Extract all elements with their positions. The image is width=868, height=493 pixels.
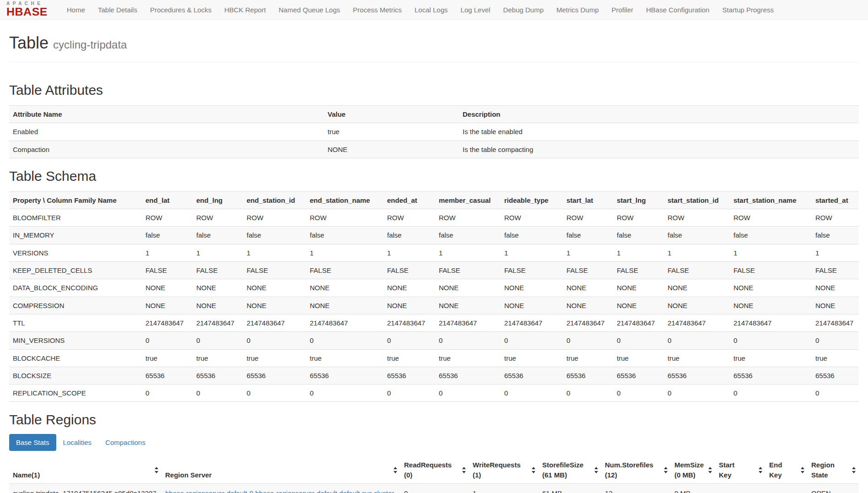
regions-column-header[interactable]: Start Key — [715, 456, 766, 483]
nav-item-link[interactable]: Profiler — [605, 1, 640, 19]
nav-item-link[interactable]: Debug Dump — [497, 1, 550, 19]
schema-value-cell: 0 — [664, 385, 730, 402]
schema-value-cell: 65536 — [613, 367, 664, 384]
schema-value-cell: 2147483647 — [613, 314, 664, 331]
nav-item-link[interactable]: Log Level — [454, 1, 497, 19]
nav-item-link[interactable]: Home — [60, 1, 92, 19]
schema-value-cell: NONE — [613, 279, 664, 297]
region-server-cell: hbase-regionserver-default-0.hbase-regio… — [162, 484, 400, 493]
table-schema: Property \ Column Family Nameend_latend_… — [9, 191, 859, 402]
hbase-logo[interactable]: APACHE HBASE — [6, 1, 48, 18]
schema-value-cell: NONE — [501, 297, 563, 314]
schema-value-cell: NONE — [383, 297, 435, 314]
schema-value-cell: NONE — [563, 297, 613, 314]
regions-column-label: Num.Storefiles (12) — [605, 460, 661, 480]
schema-value-cell: 2147483647 — [730, 314, 812, 331]
nav-item: Named Queue Logs — [272, 1, 346, 19]
sort-icon[interactable] — [154, 467, 158, 473]
schema-value-cell: true — [243, 349, 306, 367]
schema-value-cell: NONE — [613, 297, 664, 314]
regions-column-header[interactable]: ReadRequests (0) — [400, 456, 469, 483]
region-region-state-cell: OPEN — [808, 484, 859, 493]
sort-icon[interactable] — [852, 467, 856, 473]
region-read-requests-cell: 0 — [400, 484, 469, 493]
schema-value-cell: 0 — [613, 385, 664, 402]
sort-icon[interactable] — [531, 467, 535, 473]
schema-value-cell: 2147483647 — [243, 314, 306, 331]
regions-column-header[interactable]: StorefileSize (61 MB) — [539, 456, 601, 483]
schema-value-cell: true — [501, 349, 563, 367]
schema-value-cell: 2147483647 — [435, 314, 501, 331]
nav-item-link[interactable]: HBCK Report — [218, 1, 272, 19]
sort-icon[interactable] — [462, 467, 466, 473]
regions-column-header[interactable]: WriteRequests (1) — [469, 456, 539, 483]
schema-family-column-header: start_lng — [613, 191, 664, 209]
sort-icon[interactable] — [663, 467, 668, 473]
nav-item-link[interactable]: Table Details — [92, 1, 144, 19]
nav-item-link[interactable]: Metrics Dump — [550, 1, 605, 19]
sort-icon[interactable] — [594, 467, 598, 473]
regions-column-header[interactable]: MemSize (0 MB) — [671, 456, 715, 483]
schema-value-cell: NONE — [730, 279, 812, 297]
region-tab-base-stats[interactable]: Base Stats — [9, 434, 56, 451]
schema-value-cell: 0 — [193, 385, 243, 402]
nav-item-link[interactable]: Local Logs — [408, 1, 454, 19]
schema-value-cell: 2147483647 — [383, 314, 435, 331]
regions-column-label: Start Key — [719, 460, 740, 480]
regions-column-label: End Key — [769, 460, 790, 480]
sort-icon[interactable] — [758, 467, 762, 473]
schema-value-cell: 0 — [812, 385, 859, 402]
regions-column-header[interactable]: Num.Storefiles (12) — [601, 456, 671, 483]
schema-value-cell: NONE — [306, 279, 383, 297]
table-attributes-heading: Table Attributes — [9, 82, 859, 98]
logo-apache-text: APACHE — [6, 1, 48, 6]
region-server-link[interactable]: hbase-regionserver-default-0.hbase-regio… — [165, 489, 396, 493]
nav-item: Debug Dump — [497, 1, 550, 19]
schema-value-cell: false — [730, 227, 812, 244]
schema-property-cell: BLOCKCACHE — [9, 349, 142, 367]
region-tab-compactions[interactable]: Compactions — [98, 434, 152, 451]
regions-column-header[interactable]: Name(1) — [9, 456, 162, 483]
schema-value-cell: false — [193, 227, 243, 244]
schema-value-cell: 0 — [563, 385, 613, 402]
page-title-text: Table — [9, 33, 49, 52]
schema-value-cell: false — [613, 227, 664, 244]
regions-column-label: Name(1) — [13, 470, 40, 480]
schema-value-cell: NONE — [812, 279, 859, 297]
schema-value-cell: FALSE — [383, 262, 435, 279]
schema-value-cell: NONE — [383, 279, 435, 297]
nav-item-link[interactable]: Startup Progress — [716, 1, 780, 19]
nav-item-link[interactable]: Process Metrics — [346, 1, 408, 19]
regions-column-header[interactable]: Region State — [808, 456, 859, 483]
schema-family-column-header: ended_at — [383, 191, 435, 209]
schema-value-cell: 2147483647 — [812, 314, 859, 331]
sort-icon[interactable] — [708, 467, 712, 473]
schema-value-cell: FALSE — [730, 262, 812, 279]
regions-column-header[interactable]: End Key — [766, 456, 808, 483]
schema-value-cell: ROW — [383, 209, 435, 227]
schema-family-column-header: start_lat — [563, 191, 613, 209]
schema-value-cell: 65536 — [306, 367, 383, 384]
sort-icon[interactable] — [393, 467, 397, 473]
nav-item-link[interactable]: Procedures & Locks — [144, 1, 218, 19]
attribute-description-cell: Is the table compacting — [459, 141, 859, 158]
schema-value-cell: 1 — [142, 244, 193, 261]
schema-value-cell: 65536 — [243, 367, 306, 384]
nav-item: Metrics Dump — [550, 1, 605, 19]
sort-icon[interactable] — [800, 467, 804, 473]
nav-item: Procedures & Locks — [144, 1, 218, 19]
attributes-body: EnabledtrueIs the table enabledCompactio… — [9, 123, 859, 158]
regions-column-header[interactable]: Region Server — [162, 456, 400, 483]
schema-value-cell: 65536 — [501, 367, 563, 384]
region-tab-localities[interactable]: Localities — [56, 434, 99, 451]
schema-value-cell: NONE — [435, 297, 501, 314]
schema-value-cell: 0 — [306, 385, 383, 402]
nav-item-link[interactable]: HBase Configuration — [640, 1, 716, 19]
regions-body: cycling-tripdata,,1719475156245.e95d0a13… — [9, 484, 859, 493]
schema-value-cell: 1 — [664, 244, 730, 261]
schema-value-cell: 65536 — [563, 367, 613, 384]
schema-family-column-header: start_station_name — [730, 191, 812, 209]
schema-value-cell: ROW — [142, 209, 193, 227]
nav-item-link[interactable]: Named Queue Logs — [272, 1, 346, 19]
schema-value-cell: true — [664, 349, 730, 367]
